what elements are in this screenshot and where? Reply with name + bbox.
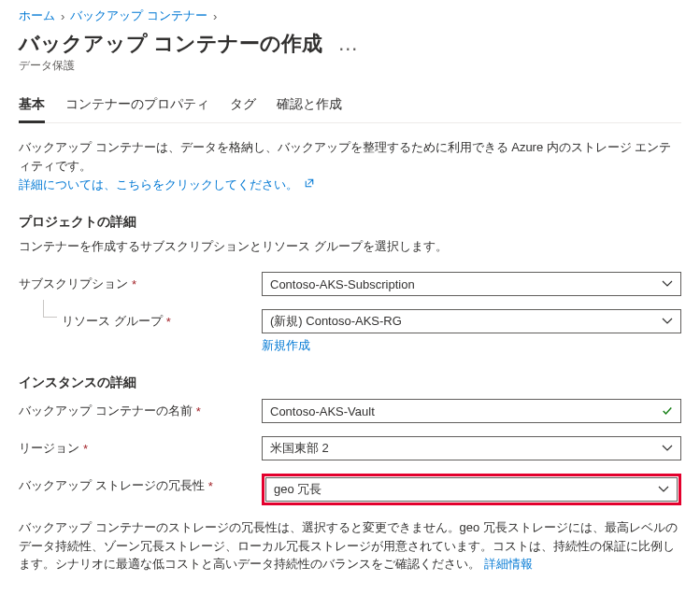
required-asterisk: * bbox=[166, 315, 171, 329]
footer-description: バックアップ コンテナーのストレージの冗長性は、選択すると変更できません。geo… bbox=[19, 518, 681, 574]
tab-properties[interactable]: コンテナーのプロパティ bbox=[65, 91, 209, 123]
breadcrumb-container[interactable]: バックアップ コンテナー bbox=[70, 7, 207, 24]
breadcrumb: ホーム › バックアップ コンテナー › bbox=[19, 7, 681, 24]
row-subscription: サブスクリプション * Contoso-AKS-Subscription bbox=[19, 272, 681, 296]
required-asterisk: * bbox=[83, 442, 88, 456]
label-vault-name-text: バックアップ コンテナーの名前 bbox=[19, 403, 193, 419]
label-subscription-text: サブスクリプション bbox=[19, 276, 128, 292]
tab-review[interactable]: 確認と作成 bbox=[277, 91, 342, 123]
label-subscription: サブスクリプション * bbox=[19, 272, 262, 292]
redundancy-select[interactable]: geo 冗長 bbox=[265, 477, 678, 502]
label-redundancy: バックアップ ストレージの冗長性 * bbox=[19, 474, 262, 494]
intro-description: バックアップ コンテナーは、データを格納し、バックアップを整理するために利用でき… bbox=[19, 138, 681, 175]
chevron-right-icon: › bbox=[213, 9, 217, 23]
page-subtitle: データ保護 bbox=[19, 58, 681, 74]
chevron-down-icon bbox=[662, 278, 673, 290]
project-heading: プロジェクトの詳細 bbox=[19, 214, 681, 231]
redundancy-highlight: geo 冗長 bbox=[262, 474, 681, 505]
tab-basic[interactable]: 基本 bbox=[19, 91, 45, 123]
required-asterisk: * bbox=[132, 277, 136, 291]
subscription-value: Contoso-AKS-Subscription bbox=[270, 277, 415, 291]
resource-group-value: (新規) Contoso-AKS-RG bbox=[270, 313, 402, 330]
vault-name-input[interactable]: Contoso-AKS-Vault bbox=[262, 399, 681, 423]
more-actions-icon[interactable]: … bbox=[337, 32, 360, 56]
instance-heading: インスタンスの詳細 bbox=[19, 375, 681, 391]
region-value: 米国東部 2 bbox=[270, 440, 329, 457]
footer-desc-text: バックアップ コンテナーのストレージの冗長性は、選択すると変更できません。geo… bbox=[19, 520, 678, 571]
label-redundancy-text: バックアップ ストレージの冗長性 bbox=[19, 477, 205, 494]
label-resource-group-text: リソース グループ bbox=[62, 313, 163, 330]
subscription-select[interactable]: Contoso-AKS-Subscription bbox=[262, 272, 681, 296]
chevron-down-icon bbox=[662, 316, 673, 327]
resource-group-select[interactable]: (新規) Contoso-AKS-RG bbox=[262, 309, 681, 333]
tabs: 基本 コンテナーのプロパティ タグ 確認と作成 bbox=[19, 91, 681, 123]
label-vault-name: バックアップ コンテナーの名前 * bbox=[19, 399, 262, 419]
project-sub: コンテナーを作成するサブスクリプションとリソース グループを選択します。 bbox=[19, 238, 681, 255]
label-region-text: リージョン bbox=[19, 440, 79, 457]
row-region: リージョン * 米国東部 2 bbox=[19, 436, 681, 460]
label-resource-group: リソース グループ * bbox=[19, 309, 262, 330]
page-title: バックアップ コンテナーの作成 … bbox=[19, 30, 681, 58]
intro-more-link[interactable]: 詳細については、こちらをクリックしてください。 bbox=[19, 177, 315, 191]
page-title-text: バックアップ コンテナーの作成 bbox=[19, 30, 322, 58]
breadcrumb-home[interactable]: ホーム bbox=[19, 7, 55, 24]
required-asterisk: * bbox=[196, 404, 201, 418]
row-resource-group: リソース グループ * (新規) Contoso-AKS-RG 新規作成 bbox=[19, 309, 681, 354]
label-region: リージョン * bbox=[19, 436, 262, 457]
chevron-down-icon bbox=[658, 484, 669, 495]
footer-more-info-link[interactable]: 詳細情報 bbox=[484, 557, 533, 571]
vault-name-value: Contoso-AKS-Vault bbox=[270, 404, 375, 418]
check-icon bbox=[662, 405, 673, 417]
chevron-down-icon bbox=[662, 443, 673, 454]
chevron-right-icon: › bbox=[61, 9, 64, 23]
region-select[interactable]: 米国東部 2 bbox=[262, 436, 681, 460]
row-redundancy: バックアップ ストレージの冗長性 * geo 冗長 bbox=[19, 474, 681, 505]
row-vault-name: バックアップ コンテナーの名前 * Contoso-AKS-Vault bbox=[19, 399, 681, 423]
external-link-icon bbox=[304, 179, 315, 191]
required-asterisk: * bbox=[208, 479, 213, 493]
create-new-rg-link[interactable]: 新規作成 bbox=[262, 337, 310, 354]
intro-more-link-text: 詳細については、こちらをクリックしてください。 bbox=[19, 177, 298, 191]
redundancy-value: geo 冗長 bbox=[274, 481, 321, 498]
tab-tags[interactable]: タグ bbox=[230, 91, 256, 123]
